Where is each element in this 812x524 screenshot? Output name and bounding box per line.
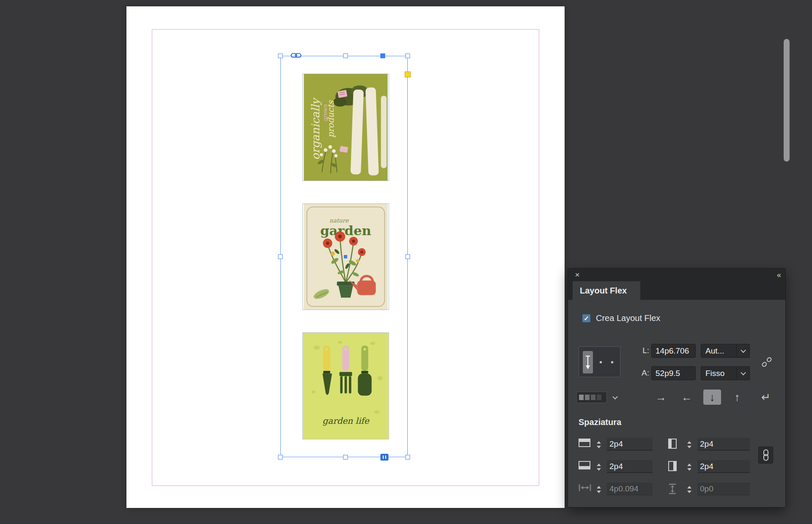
crea-layout-flex-label: Crea Layout Flex [596,313,660,323]
flow-down-button[interactable]: ↓ [703,390,721,405]
preview-box [579,395,584,400]
proxy-dot [611,361,613,363]
handle-mid-right[interactable] [406,255,410,259]
vertical-scrollbar[interactable] [784,39,790,162]
broken-chain-icon [761,357,772,368]
layout-flex-panel: × ‹‹ Layout Flex ✓ Crea Layout Flex [568,268,786,508]
spacing-right-input[interactable] [697,460,750,473]
tab-layout-flex[interactable]: Layout Flex [573,281,640,300]
spacing-left-stepper[interactable] [686,439,693,450]
collapse-icon: ‹‹ [777,271,780,280]
chevron-down-icon[interactable] [736,344,749,357]
gutter-width-stepper [595,483,603,495]
check-icon: ✓ [584,315,589,322]
width-mode-value: Aut... [701,346,736,356]
spacing-bottom-stepper[interactable] [595,461,603,473]
flow-direction-pill-icon [583,351,593,373]
gutter-height-stepper [686,483,693,495]
panel-collapse-button[interactable]: ‹‹ [777,270,780,280]
tab-label: Layout Flex [580,286,627,296]
return-arrow-icon: ↵ [761,391,771,404]
width-label: L: [636,346,649,355]
spacing-top-input[interactable] [607,438,653,450]
width-value-input[interactable] [651,344,696,358]
spacing-right-stepper[interactable] [686,461,693,473]
preview-box [597,395,601,400]
preview-dropdown-button[interactable] [609,392,621,403]
arrow-up-icon: ↑ [735,391,740,404]
flex-direction-proxy[interactable] [579,346,620,377]
spacing-right-icon [668,461,677,471]
preview-box [591,395,595,400]
gutter-width-icon [579,483,591,492]
handle-bottom-left[interactable] [278,455,283,460]
app-root: organically grown products nature garden [0,0,812,524]
create-flex-row: ✓ Crea Layout Flex [582,313,660,323]
spacing-top-icon [579,439,590,447]
height-value-input[interactable] [651,366,696,380]
spacing-section-header: Spaziatura [579,417,621,427]
handle-bottom-center[interactable] [343,455,348,460]
handle-top-center[interactable] [343,54,348,58]
panel-header: × ‹‹ Layout Flex [568,269,785,300]
spacing-bottom-input[interactable] [607,460,653,473]
unlink-dimensions-button[interactable] [759,354,774,370]
width-mode-dropdown[interactable]: Aut... [701,344,750,358]
chevron-down-icon[interactable] [736,367,749,380]
spacing-top-stepper[interactable] [595,439,603,450]
flex-items-preview-widget[interactable] [576,392,607,403]
height-label: A: [636,368,649,378]
height-mode-value: Fisso [701,369,736,378]
handle-bottom-right[interactable] [406,455,410,460]
flow-up-button[interactable]: ↑ [728,390,746,405]
preview-box [585,395,590,400]
spacing-bottom-icon [579,461,590,469]
arrow-left-icon: ← [681,391,692,404]
flow-right-button[interactable]: → [652,390,670,405]
proxy-dot [600,361,602,363]
link-spacing-button[interactable] [758,447,773,464]
spacing-left-icon [668,439,677,449]
arrow-right-icon: → [656,391,667,404]
gutter-height-icon [668,483,677,494]
crea-layout-flex-checkbox[interactable]: ✓ [582,314,591,323]
panel-close-button[interactable]: × [572,270,582,280]
height-mode-dropdown[interactable]: Fisso [701,366,750,380]
corner-options-handle[interactable] [405,71,411,77]
handle-mid-left[interactable] [278,255,283,259]
handle-flex-filled[interactable] [381,54,385,58]
close-icon: × [575,270,579,280]
flow-left-button[interactable]: ← [678,390,696,405]
chain-icon [762,449,770,461]
frame-center-point [344,255,347,258]
gutter-height-input [697,483,750,495]
chain-link-icon [291,52,302,58]
spacing-left-input[interactable] [697,438,750,450]
gutter-width-input [607,483,653,495]
arrow-down-icon: ↓ [710,391,715,404]
flex-spacing-badge-icon [380,454,389,461]
handle-top-right[interactable] [406,54,410,58]
handle-top-left[interactable] [278,54,283,58]
wrap-return-button[interactable]: ↵ [757,390,775,405]
